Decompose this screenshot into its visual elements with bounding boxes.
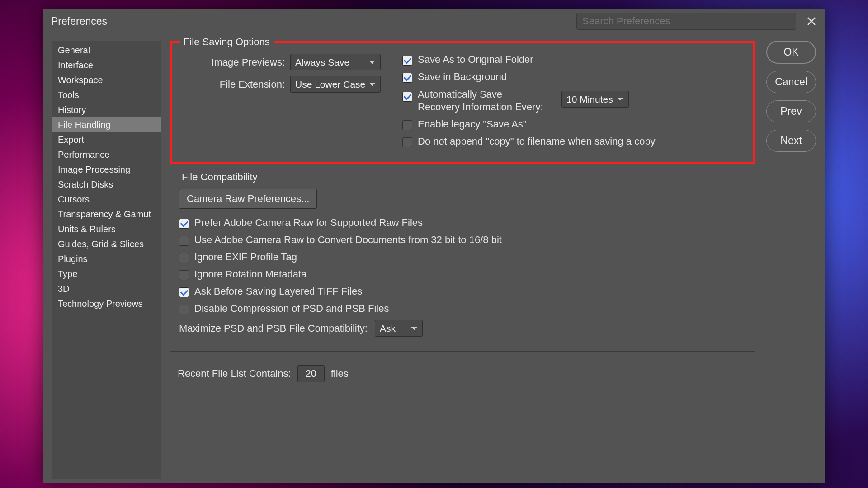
sidebar-item-tools[interactable]: Tools xyxy=(52,88,161,103)
recent-list-label: Recent File List Contains: xyxy=(178,368,291,380)
prefer-acr-checkbox[interactable] xyxy=(179,219,189,229)
file-compat-group: File Compatibility Camera Raw Preference… xyxy=(170,178,755,352)
autosave-interval-select[interactable]: 10 Minutes xyxy=(561,91,629,108)
disable-compress-label: Disable Compression of PSD and PSB Files xyxy=(194,303,389,314)
enable-legacy-label: Enable legacy "Save As" xyxy=(418,118,527,130)
search-input[interactable] xyxy=(576,13,796,30)
sidebar-item-technology-previews[interactable]: Technology Previews xyxy=(52,296,161,311)
recent-list-suffix: files xyxy=(331,368,349,380)
save-as-original-label: Save As to Original Folder xyxy=(418,54,533,66)
dialog-title: Preferences xyxy=(51,15,107,28)
sidebar-item-3d[interactable]: 3D xyxy=(52,282,161,296)
enable-legacy-checkbox[interactable] xyxy=(402,120,412,130)
no-append-copy-label: Do not append "copy" to filename when sa… xyxy=(418,136,656,147)
titlebar: Preferences xyxy=(43,9,825,33)
image-previews-label: Image Previews: xyxy=(181,56,285,68)
dialog-buttons: OK Cancel Prev Next xyxy=(766,41,816,479)
next-button[interactable]: Next xyxy=(766,130,816,152)
sidebar-item-performance[interactable]: Performance xyxy=(52,147,161,162)
sidebar-item-guides-grid-slices[interactable]: Guides, Grid & Slices xyxy=(52,237,161,252)
sidebar-item-plugins[interactable]: Plugins xyxy=(52,252,161,267)
sidebar: GeneralInterfaceWorkspaceToolsHistoryFil… xyxy=(52,41,161,479)
image-previews-select[interactable]: Always Save xyxy=(290,54,381,70)
sidebar-item-general[interactable]: General xyxy=(52,43,161,58)
sidebar-item-image-processing[interactable]: Image Processing xyxy=(52,162,161,177)
save-in-background-label: Save in Background xyxy=(418,71,507,83)
save-as-original-checkbox[interactable] xyxy=(402,56,412,66)
autosave-checkbox[interactable] xyxy=(402,92,412,102)
cancel-button[interactable]: Cancel xyxy=(766,71,816,93)
sidebar-item-transparency-gamut[interactable]: Transparency & Gamut xyxy=(52,207,161,222)
disable-compress-checkbox[interactable] xyxy=(179,305,189,314)
ask-tiff-label: Ask Before Saving Layered TIFF Files xyxy=(194,286,362,297)
ignore-exif-label: Ignore EXIF Profile Tag xyxy=(194,251,297,263)
sidebar-item-units-rulers[interactable]: Units & Rulers xyxy=(52,222,161,237)
sidebar-item-scratch-disks[interactable]: Scratch Disks xyxy=(52,177,161,192)
sidebar-item-history[interactable]: History xyxy=(52,103,161,117)
autosave-label: Automatically Save Recovery Information … xyxy=(418,88,544,113)
no-append-copy-checkbox[interactable] xyxy=(402,137,412,147)
maximize-compat-select[interactable]: Ask xyxy=(375,320,423,337)
maximize-compat-label: Maximize PSD and PSB File Compatibility: xyxy=(179,323,368,334)
sidebar-item-workspace[interactable]: Workspace xyxy=(52,73,161,88)
camera-raw-prefs-button[interactable]: Camera Raw Preferences... xyxy=(179,189,317,209)
use-acr-convert-checkbox[interactable] xyxy=(179,236,189,246)
prefer-acr-label: Prefer Adobe Camera Raw for Supported Ra… xyxy=(194,217,423,229)
file-extension-select[interactable]: Use Lower Case xyxy=(290,76,381,93)
prev-button[interactable]: Prev xyxy=(766,100,816,122)
save-in-background-checkbox[interactable] xyxy=(402,73,412,83)
file-saving-legend: File Saving Options xyxy=(180,36,274,48)
ok-button[interactable]: OK xyxy=(766,41,816,64)
close-button[interactable] xyxy=(804,14,819,28)
recent-list-input[interactable] xyxy=(297,365,325,382)
sidebar-item-cursors[interactable]: Cursors xyxy=(52,192,161,207)
ask-tiff-checkbox[interactable] xyxy=(179,287,189,297)
file-extension-label: File Extension: xyxy=(181,79,285,90)
sidebar-item-export[interactable]: Export xyxy=(52,132,161,147)
sidebar-item-type[interactable]: Type xyxy=(52,267,161,282)
ignore-rotation-checkbox[interactable] xyxy=(179,270,189,280)
file-compat-legend: File Compatibility xyxy=(178,171,261,183)
sidebar-item-file-handling[interactable]: File Handling xyxy=(52,117,161,132)
close-icon xyxy=(807,16,816,26)
main-panel: File Saving Options Image Previews: Alwa… xyxy=(161,41,764,479)
use-acr-convert-label: Use Adobe Camera Raw to Convert Document… xyxy=(194,234,502,246)
preferences-dialog: Preferences GeneralInterfaceWorkspaceToo… xyxy=(43,9,825,483)
ignore-exif-checkbox[interactable] xyxy=(179,253,189,263)
sidebar-item-interface[interactable]: Interface xyxy=(52,58,161,73)
file-saving-group: File Saving Options Image Previews: Alwa… xyxy=(170,41,755,164)
ignore-rotation-label: Ignore Rotation Metadata xyxy=(194,268,307,280)
